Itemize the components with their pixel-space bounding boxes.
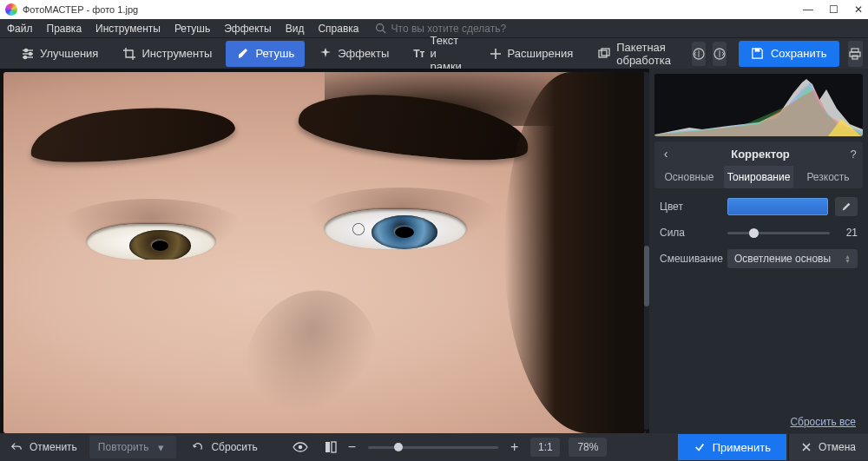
reset-all-link[interactable]: Сбросить все xyxy=(649,411,868,433)
tab-effects[interactable]: Эффекты xyxy=(308,41,399,67)
compare-before-button[interactable] xyxy=(692,42,706,66)
panel-help-button[interactable]: ? xyxy=(844,148,863,161)
tab-retouch[interactable]: Ретушь xyxy=(226,41,305,67)
right-panel: ‹ Корректор ? Основные Тонирование Резко… xyxy=(649,69,868,433)
menu-retouch[interactable]: Ретушь xyxy=(168,23,217,35)
blend-select[interactable]: Осветление основы ▲▼ xyxy=(727,249,858,268)
app-logo-icon xyxy=(5,3,17,16)
batch-icon xyxy=(597,47,611,61)
svg-rect-8 xyxy=(599,50,607,57)
strength-label: Сила xyxy=(660,227,720,239)
tab-batch[interactable]: Пакетная обработка xyxy=(587,41,681,67)
tab-text-label: Текст и рамки xyxy=(430,34,464,73)
tab-extensions[interactable]: Расширения xyxy=(478,41,584,67)
menu-edit[interactable]: Правка xyxy=(40,23,89,35)
chevron-down-icon: ▾ xyxy=(154,441,168,454)
tab-effects-label: Эффекты xyxy=(338,47,389,60)
menu-effects[interactable]: Эффекты xyxy=(217,23,279,35)
zoom-in-button[interactable]: + xyxy=(507,439,522,455)
canvas-area[interactable] xyxy=(0,69,649,433)
window-maximize-button[interactable]: ☐ xyxy=(829,3,838,16)
check-icon xyxy=(694,441,706,453)
color-row: Цвет xyxy=(660,197,858,216)
workspace: ‹ Корректор ? Основные Тонирование Резко… xyxy=(0,69,868,433)
split-compare-button[interactable] xyxy=(319,436,343,458)
panel-back-button[interactable]: ‹ xyxy=(654,147,677,161)
plus-icon xyxy=(489,47,503,61)
svg-line-1 xyxy=(382,30,385,33)
undo-label: Отменить xyxy=(30,441,77,453)
tab-retouch-label: Ретушь xyxy=(255,47,294,60)
panel-subtabs: Основные Тонирование Резкость xyxy=(654,166,863,188)
tab-enhance[interactable]: Улучшения xyxy=(10,41,108,67)
tab-tools[interactable]: Инструменты xyxy=(112,41,222,67)
sliders-icon xyxy=(21,47,35,61)
image-canvas[interactable] xyxy=(3,72,646,433)
strength-slider[interactable] xyxy=(727,232,830,234)
svg-point-16 xyxy=(298,445,302,450)
blend-value: Осветление основы xyxy=(734,253,831,265)
tab-batch-label: Пакетная обработка xyxy=(616,41,671,67)
redo-button[interactable]: Повторить ▾ xyxy=(89,436,177,458)
subtab-basic[interactable]: Основные xyxy=(654,166,724,188)
zoom-slider[interactable] xyxy=(368,446,498,449)
blend-label: Смешивание xyxy=(660,253,720,265)
histogram[interactable] xyxy=(654,74,863,136)
eye-icon xyxy=(293,441,306,453)
text-icon: Tт xyxy=(413,47,424,61)
strength-value: 21 xyxy=(840,227,858,239)
eyedropper-button[interactable] xyxy=(835,197,858,216)
tab-tools-label: Инструменты xyxy=(141,47,212,60)
window-titlebar: ФотоМАСТЕР - фото 1.jpg — ☐ ✕ xyxy=(0,0,868,19)
subtab-sharpen[interactable]: Резкость xyxy=(793,166,863,188)
window-minimize-button[interactable]: — xyxy=(803,3,813,16)
tab-text[interactable]: Tт Текст и рамки xyxy=(403,41,474,67)
bottom-bar: Отменить Повторить ▾ Сбросить − + 1:1 78… xyxy=(0,433,868,461)
reset-button[interactable]: Сбросить xyxy=(183,436,266,458)
save-button-label: Сохранить xyxy=(771,47,827,60)
main-toolbar: Улучшения Инструменты Ретушь Эффекты Tт … xyxy=(0,37,868,69)
blend-row: Смешивание Осветление основы ▲▼ xyxy=(660,249,858,268)
close-icon xyxy=(801,442,812,452)
svg-rect-12 xyxy=(755,49,760,52)
compare-after-button[interactable] xyxy=(713,42,727,66)
menu-view[interactable]: Вид xyxy=(279,23,312,35)
window-title: ФотоМАСТЕР - фото 1.jpg xyxy=(23,4,803,15)
eye-toggle-button[interactable] xyxy=(287,436,312,458)
svg-rect-9 xyxy=(602,49,609,56)
tab-extensions-label: Расширения xyxy=(508,47,574,60)
zoom-controls: − + 1:1 78% xyxy=(345,438,608,457)
save-icon xyxy=(751,47,764,60)
window-close-button[interactable]: ✕ xyxy=(854,3,863,16)
panel-title: Корректор xyxy=(677,148,844,161)
undo-button[interactable]: Отменить xyxy=(2,436,86,458)
canvas-scrollbar[interactable] xyxy=(644,72,649,430)
cancel-button[interactable]: Отмена xyxy=(788,434,868,460)
menu-help[interactable]: Справка xyxy=(311,23,365,35)
color-swatch[interactable] xyxy=(727,198,828,215)
color-label: Цвет xyxy=(660,201,720,213)
apply-button[interactable]: Применить xyxy=(678,434,786,460)
redo-label: Повторить xyxy=(98,441,149,453)
svg-rect-17 xyxy=(326,442,330,452)
tab-enhance-label: Улучшения xyxy=(40,47,98,60)
menu-tools[interactable]: Инструменты xyxy=(89,23,168,35)
cancel-label: Отмена xyxy=(819,441,856,453)
zoom-percent[interactable]: 78% xyxy=(569,438,607,457)
svg-point-0 xyxy=(376,24,383,31)
svg-point-7 xyxy=(23,56,26,58)
zoom-ratio-button[interactable]: 1:1 xyxy=(530,438,560,457)
svg-point-5 xyxy=(24,49,27,51)
save-button[interactable]: Сохранить xyxy=(739,41,839,67)
undo-icon xyxy=(10,441,24,453)
split-icon xyxy=(324,440,338,454)
svg-rect-18 xyxy=(332,442,336,452)
brush-cursor-icon xyxy=(353,224,364,234)
strength-row: Сила 21 xyxy=(660,227,858,239)
menu-file[interactable]: Файл xyxy=(0,23,40,35)
print-button[interactable] xyxy=(848,41,864,67)
search-icon xyxy=(375,23,386,34)
search-input[interactable]: Что вы хотите сделать? xyxy=(391,23,507,35)
zoom-out-button[interactable]: − xyxy=(345,439,359,455)
subtab-toning[interactable]: Тонирование xyxy=(724,166,793,188)
